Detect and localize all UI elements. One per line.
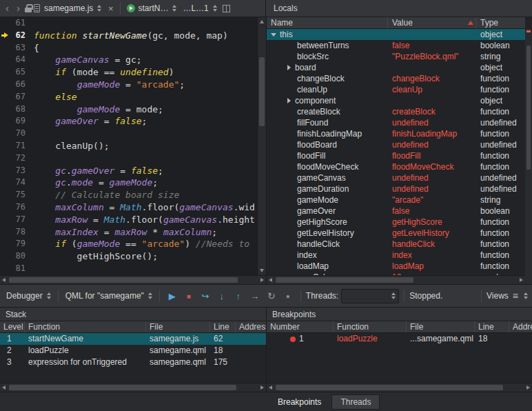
continue-icon[interactable]: ▶ bbox=[165, 288, 180, 303]
column-header-file[interactable]: File bbox=[146, 321, 210, 332]
column-header-file[interactable]: File bbox=[407, 321, 475, 332]
line-number[interactable]: 81 bbox=[9, 263, 28, 275]
locals-row[interactable]: finishLoadingMapfinishLoadingMapfunction bbox=[267, 128, 525, 139]
locals-row[interactable]: thisobject bbox=[267, 29, 525, 40]
editor-vertical-scrollbar[interactable] bbox=[257, 17, 266, 275]
expand-closed-icon[interactable] bbox=[287, 98, 291, 103]
code-line[interactable]: 65 if (mode == undefined) bbox=[0, 66, 257, 79]
code-line[interactable]: 80 getHighScore(); bbox=[0, 250, 257, 263]
code-line[interactable]: 72 bbox=[0, 152, 257, 165]
code-line[interactable]: 71 cleanUp(); bbox=[0, 140, 257, 152]
step-over-icon[interactable]: ↪ bbox=[198, 288, 213, 303]
expand-closed-icon[interactable] bbox=[287, 65, 291, 70]
locals-row[interactable]: componentobject bbox=[267, 95, 525, 106]
line-number[interactable]: 72 bbox=[9, 152, 28, 165]
line-number[interactable]: 80 bbox=[9, 250, 28, 263]
line-number[interactable]: 75 bbox=[9, 189, 28, 201]
column-header-type[interactable]: Type bbox=[476, 17, 525, 28]
locals-row[interactable]: blockSrc"PuzzleBlock.qml"string bbox=[267, 51, 525, 62]
column-header-line[interactable]: Line bbox=[210, 321, 236, 332]
locals-row[interactable]: gameDurationundefinedundefined bbox=[267, 183, 525, 194]
line-number[interactable]: 63 bbox=[9, 42, 28, 54]
line-number[interactable]: 79 bbox=[9, 238, 28, 250]
code-line[interactable]: 75 // Calculate board size bbox=[0, 189, 257, 201]
views-chevrons-icon[interactable] bbox=[524, 292, 528, 299]
locals-row[interactable]: boardobject bbox=[267, 62, 525, 73]
line-number[interactable]: 65 bbox=[9, 66, 28, 79]
code-line[interactable]: 78 maxIndex = maxRow * maxColumn; bbox=[0, 226, 257, 239]
code-line[interactable]: 62function startNewGame(gc, mode, map) bbox=[0, 30, 257, 42]
code-line[interactable]: 76 maxColumn = Math.floor(gameCanvas.wid bbox=[0, 201, 257, 214]
scroll-right-icon[interactable] bbox=[260, 278, 264, 282]
column-header-function[interactable]: Function bbox=[25, 321, 146, 332]
scroll-left-icon[interactable] bbox=[269, 278, 272, 282]
locals-row[interactable]: betweenTurnsfalseboolean bbox=[267, 40, 525, 51]
file-icon[interactable] bbox=[34, 4, 40, 12]
line-number[interactable]: 68 bbox=[9, 103, 28, 116]
debugger-combo[interactable]: Debugger bbox=[4, 289, 53, 303]
threads-combo[interactable] bbox=[341, 289, 399, 303]
locals-row[interactable]: handleClickhandleClickfunction bbox=[267, 239, 525, 250]
code-line[interactable]: 63{ bbox=[0, 42, 257, 54]
line-number[interactable]: 67 bbox=[9, 91, 28, 103]
locals-horizontal-scrollbar[interactable] bbox=[267, 275, 525, 284]
step-into-icon[interactable]: ↓ bbox=[214, 288, 229, 303]
column-header-level[interactable]: Level bbox=[0, 321, 25, 332]
scrollbar-thumb[interactable] bbox=[276, 385, 503, 390]
stack-row[interactable]: 3expression for onTriggeredsamegame.qml1… bbox=[0, 357, 266, 368]
restart-icon[interactable]: ↻ bbox=[264, 288, 279, 303]
code-line[interactable]: 61 bbox=[0, 17, 257, 30]
locals-vertical-scrollbar[interactable] bbox=[525, 29, 532, 275]
column-header-address[interactable]: Address bbox=[236, 321, 266, 332]
lock-icon[interactable] bbox=[25, 8, 32, 12]
scrollbar-thumb[interactable] bbox=[9, 277, 238, 283]
sort-indicator-icon[interactable] bbox=[468, 21, 473, 25]
run-target-combo[interactable]: startN… bbox=[125, 1, 178, 16]
editor-horizontal-scrollbar[interactable] bbox=[0, 275, 266, 284]
tab-threads[interactable]: Threads bbox=[331, 394, 380, 410]
line-number[interactable]: 64 bbox=[9, 54, 28, 66]
column-header-number[interactable]: Number bbox=[267, 321, 334, 332]
scrollbar-thumb[interactable] bbox=[526, 46, 531, 170]
scroll-left-icon[interactable] bbox=[2, 278, 6, 282]
forward-button[interactable]: › bbox=[14, 1, 23, 16]
locals-row[interactable]: floodBoardundefinedundefined bbox=[267, 139, 525, 150]
run-to-line-icon[interactable]: → bbox=[247, 288, 263, 303]
scroll-right-icon[interactable] bbox=[520, 278, 523, 282]
open-file-combo[interactable]: samegame.js bbox=[42, 1, 103, 16]
record-icon[interactable]: ● bbox=[280, 288, 296, 303]
symbol-combo[interactable]: …L…1 bbox=[181, 1, 218, 16]
back-button[interactable]: ‹ bbox=[3, 1, 12, 16]
locals-row[interactable]: floodMoveCheckfloodMoveCheckfunction bbox=[267, 161, 525, 172]
line-number[interactable]: 71 bbox=[9, 140, 28, 152]
line-number[interactable]: 62 bbox=[9, 30, 28, 42]
interrupt-icon[interactable]: ■ bbox=[181, 288, 196, 303]
hamburger-icon[interactable]: ≡ bbox=[513, 290, 518, 301]
line-number[interactable]: 78 bbox=[9, 226, 28, 239]
locals-row[interactable]: gameMode"arcade"string bbox=[267, 194, 525, 206]
line-number[interactable]: 61 bbox=[9, 17, 28, 30]
locals-row[interactable]: gameCanvasundefinedundefined bbox=[267, 172, 525, 183]
line-number[interactable]: 73 bbox=[9, 165, 28, 177]
tab-breakpoints[interactable]: Breakpoints bbox=[269, 394, 329, 410]
code-line[interactable]: 81 bbox=[0, 263, 257, 275]
stack-horizontal-scrollbar[interactable] bbox=[0, 383, 266, 392]
line-number[interactable]: 66 bbox=[9, 79, 28, 91]
code-line[interactable]: 67 else bbox=[0, 91, 257, 103]
locals-row[interactable]: loadMaploadMapfunction bbox=[267, 261, 525, 272]
scroll-up-icon[interactable] bbox=[260, 20, 264, 23]
locals-row[interactable]: getLevelHistorygetLevelHistoryfunction bbox=[267, 228, 525, 239]
scroll-down-icon[interactable] bbox=[260, 269, 264, 272]
scroll-left-icon[interactable] bbox=[269, 385, 272, 390]
locals-row[interactable]: floodFillfloodFillfunction bbox=[267, 150, 525, 161]
locals-row[interactable]: changeBlockchangeBlockfunction bbox=[267, 73, 525, 84]
column-header-value[interactable]: Value bbox=[388, 17, 476, 28]
breakpoint-row[interactable]: 1loadPuzzle...samegame.qml18 bbox=[267, 333, 532, 345]
code-line[interactable]: 69 gameOver = false; bbox=[0, 115, 257, 128]
scroll-right-icon[interactable] bbox=[260, 385, 264, 390]
code-line[interactable]: 73 gc.gameOver = false; bbox=[0, 165, 257, 177]
step-out-icon[interactable]: ↑ bbox=[231, 288, 246, 303]
stack-row[interactable]: 2loadPuzzlesamegame.qml18 bbox=[0, 345, 266, 357]
locals-row[interactable]: fillFoundundefinedundefined bbox=[267, 117, 525, 128]
locals-row[interactable]: cleanUpcleanUpfunction bbox=[267, 84, 525, 95]
